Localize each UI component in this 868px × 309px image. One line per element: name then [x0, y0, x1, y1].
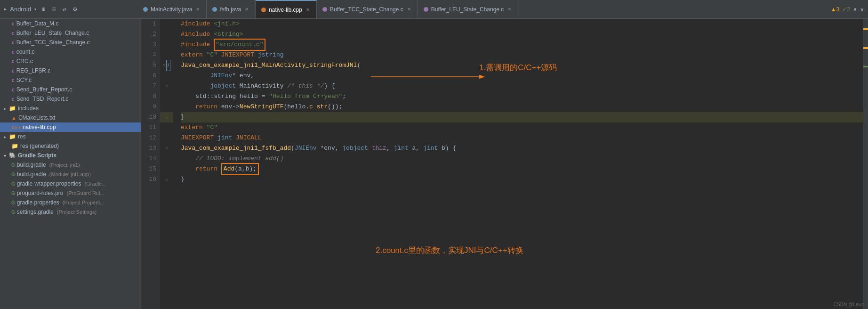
tab-buffer-tcc[interactable]: Buffer_TCC_State_Change.c ✕	[317, 0, 418, 18]
jobject-type: jobject	[210, 81, 236, 91]
sidebar-item-count[interactable]: c count.c	[0, 47, 141, 57]
icon-globe[interactable]: ⊕	[40, 4, 47, 14]
fold-2	[160, 29, 173, 40]
chevron-down-icon[interactable]: ∨	[860, 6, 864, 13]
sidebar-item-buffer-data-m[interactable]: c Buffer_Data_M.c	[0, 19, 141, 28]
sidebar-item-buffer-leu[interactable]: c Buffer_LEU_State_Change.c	[0, 28, 141, 38]
sidebar-item-gradle-wrapper[interactable]: G gradle-wrapper.properties (Gradle...	[0, 179, 141, 188]
tab-label: native-lib.cpp	[269, 7, 302, 13]
tab-icon-cpp	[261, 8, 266, 12]
sidebar-item-send-buffer-report[interactable]: c Send_Buffer_Report.c	[0, 85, 141, 94]
fold-close-icon-16[interactable]: △	[165, 174, 168, 185]
fold-5[interactable]: ▽ J	[160, 60, 173, 71]
sidebar-item-includes[interactable]: ▸ 📁 includes	[0, 104, 141, 113]
folder-icon: 📁	[9, 133, 16, 140]
sidebar-item-native-lib[interactable]: c++ native-lib.cpp	[0, 122, 141, 132]
sidebar-item-settings-gradle[interactable]: G settings.gradle (Project Settings)	[0, 207, 141, 217]
line-num-4: 4	[145, 50, 156, 60]
tab-native-lib[interactable]: native-lib.cpp ✕	[256, 0, 317, 18]
c-file-icon: c	[11, 96, 15, 102]
sidebar-item-proguard[interactable]: G proguard-rules.pro (ProGuard Rul...	[0, 188, 141, 198]
return-kw: return	[195, 102, 217, 112]
line-num-6: 6	[145, 71, 156, 81]
sidebar-item-gradle-properties[interactable]: G gradle.properties (Project Properti...	[0, 198, 141, 207]
icon-list[interactable]: ≡	[50, 5, 58, 14]
return-kw: return	[195, 164, 217, 174]
annotation-text-2: 2.count.c里的函数，实现JNI与C/C++转换	[376, 245, 523, 256]
sidebar-item-reg-lfsr[interactable]: c REG_LFSR.c	[0, 66, 141, 75]
line-num-8: 8	[145, 91, 156, 102]
code-line-3: #include "src/count.c"	[181, 40, 863, 50]
code-line-1: #include <jni.h>	[181, 19, 863, 29]
gutter-j-icon: J	[166, 60, 170, 71]
sidebar-item-buffer-tcc[interactable]: c Buffer_TCC_State_Change.c	[0, 38, 141, 47]
extern-c: "C"	[207, 122, 217, 133]
jint-type: jint	[217, 133, 232, 143]
c-file-icon: c	[11, 77, 15, 83]
fold-15	[160, 164, 173, 174]
right-status-bar	[863, 19, 868, 309]
editor[interactable]: 1 2 3 4 5 6 7 8 9 10 11 12 13 14 15 16	[141, 19, 868, 309]
warning-marker-2	[863, 47, 868, 49]
annotation-text-1: 1.需调用的C/C++源码	[479, 62, 557, 73]
icon-sync[interactable]: ⇌	[61, 4, 68, 14]
func-name-main: Java_com_example_jni1_MainActivity_strin…	[181, 60, 357, 71]
fold-icon-13[interactable]: ▽	[165, 143, 168, 154]
gradle-icon: G	[11, 210, 15, 215]
sidebar-item-crc[interactable]: c CRC.c	[0, 57, 141, 66]
fold-close-icon-10[interactable]: △	[165, 112, 168, 122]
c-file-icon: c	[11, 21, 15, 27]
android-label[interactable]: Android	[10, 6, 31, 13]
fold-icon-7[interactable]: ▽	[165, 81, 168, 91]
sidebar-item-build-gradle-module[interactable]: G build.gradle (Module: jni1.app)	[0, 170, 141, 179]
icon-settings[interactable]: ⚙	[71, 4, 79, 14]
sidebar: c Buffer_Data_M.c c Buffer_LEU_State_Cha…	[0, 19, 141, 309]
sidebar-item-build-gradle-project[interactable]: G build.gradle (Project: jni1)	[0, 160, 141, 170]
cmake-icon: ▲	[11, 115, 16, 121]
keyword-include: #include	[181, 40, 210, 50]
tab-label: Buffer_TCC_State_Change.c	[330, 6, 403, 13]
gradle-folder-icon: 🐘	[9, 152, 16, 159]
tab-icon-fsfb	[212, 7, 217, 12]
fold-16[interactable]: △	[160, 174, 173, 185]
sidebar-item-gradle-scripts[interactable]: ▾ 🐘 Gradle Scripts	[0, 151, 141, 160]
line-num-14: 14	[145, 154, 156, 164]
sidebar-item-cmake[interactable]: ▲ CMakeLists.txt	[0, 113, 141, 122]
fold-7[interactable]: ▽	[160, 81, 173, 91]
tab-close-icon[interactable]: ✕	[406, 6, 412, 12]
tab-close-icon[interactable]: ✕	[506, 6, 512, 12]
tab-close-icon[interactable]: ✕	[244, 6, 249, 12]
line-num-2: 2	[145, 29, 156, 40]
code-area[interactable]: #include <jni.h> #include <string> #incl…	[173, 19, 863, 309]
fold-icon-5[interactable]: ▽	[163, 60, 165, 71]
sidebar-item-res[interactable]: ▸ 📁 res	[0, 132, 141, 141]
gradle-icon: G	[11, 200, 15, 205]
fold-8	[160, 91, 173, 102]
extern-c: "C"	[207, 50, 217, 60]
fold-10[interactable]: △	[160, 112, 173, 122]
tab-fsfb[interactable]: fsfb.java ✕	[207, 0, 256, 18]
jnicall-kw: JNICALL	[236, 133, 262, 143]
tab-buffer-leu[interactable]: Buffer_LEU_State_Change.c ✕	[418, 0, 519, 18]
tab-close-icon[interactable]: ✕	[305, 7, 311, 13]
sidebar-item-res-generated[interactable]: 📁 res (generated)	[0, 141, 141, 151]
code-line-13: Java_com_example_jni1_fsfb_add(JNIEnv *e…	[181, 143, 863, 154]
sidebar-item-send-tsd-report[interactable]: c Send_TSD_Report.c	[0, 94, 141, 104]
c-file-icon: c	[11, 58, 15, 65]
tab-close-icon[interactable]: ✕	[195, 6, 201, 12]
dropdown-arrow[interactable]: ▾	[34, 7, 37, 12]
jobject-type: jobject	[342, 143, 368, 154]
fold-11	[160, 122, 173, 133]
close-brace: }	[181, 174, 185, 185]
tab-main-activity[interactable]: MainActivity.java ✕	[137, 0, 207, 18]
tab-icon-c	[424, 7, 428, 12]
hello-string: "Hello from C++yeah"	[269, 91, 342, 102]
sidebar-item-scy[interactable]: c SCY.c	[0, 75, 141, 85]
line-num-13: 13	[145, 143, 156, 154]
thiz-param: thiz	[372, 143, 386, 154]
fold-13[interactable]: ▽	[160, 143, 173, 154]
c-file-icon: c	[11, 30, 15, 36]
fold-3	[160, 40, 173, 50]
chevron-up-icon[interactable]: ∧	[853, 6, 857, 13]
jnienv-type: JNIEnv	[295, 143, 317, 154]
